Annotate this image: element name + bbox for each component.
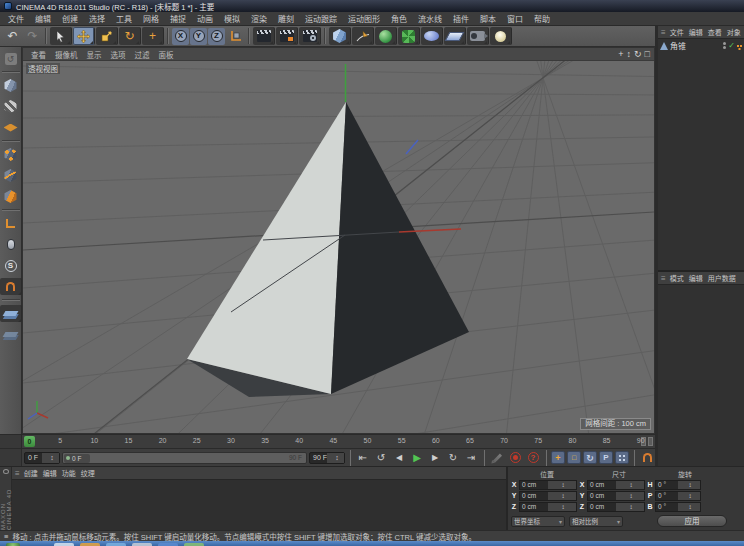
coordinate-field[interactable]: 0 °↕ [655, 502, 701, 512]
timeline-range-handle[interactable] [648, 437, 653, 446]
redo-button[interactable]: ↷ [23, 27, 42, 45]
lock-x-axis-button[interactable]: X [172, 28, 189, 45]
goto-end-button[interactable]: ⇥ [463, 450, 479, 465]
polygons-mode-button[interactable] [2, 188, 20, 205]
next-frame-button[interactable]: ▶ [427, 450, 443, 465]
live-selection-button[interactable] [50, 27, 72, 45]
key-rotation-button[interactable]: ↻ [583, 451, 597, 464]
menu-item[interactable]: 脚本 [475, 12, 501, 25]
visibility-dots[interactable] [723, 42, 726, 49]
stepper-icon[interactable]: ↕ [616, 481, 644, 489]
move-tool-button[interactable] [73, 27, 95, 45]
record-keyframe-button[interactable] [507, 450, 523, 465]
frame-slider-handle[interactable]: 0 F [64, 454, 90, 463]
camera-button[interactable] [467, 27, 489, 45]
am-menu-item[interactable]: 模式 [668, 273, 686, 283]
stepper-icon[interactable]: ↕ [678, 492, 700, 500]
coordinate-field[interactable]: 0 °↕ [655, 480, 701, 490]
menu-item[interactable]: 角色 [386, 12, 412, 25]
menu-item[interactable]: 工具 [111, 12, 137, 25]
lock-z-axis-button[interactable]: Z [208, 28, 225, 45]
key-scale-button[interactable]: □ [567, 451, 581, 464]
workplane-mode-button[interactable] [2, 119, 20, 136]
enabled-check-icon[interactable]: ✓ [728, 41, 735, 50]
timeline-ruler[interactable]: 0 51015202530354045505560657075808590 [22, 435, 655, 448]
menu-item[interactable]: 运动跟踪 [300, 12, 342, 25]
windows-taskbar[interactable] [0, 541, 744, 546]
mat-menu-item[interactable]: 纹理 [79, 468, 97, 478]
make-editable-button[interactable]: ↺ [2, 50, 20, 67]
edges-mode-button[interactable] [2, 167, 20, 184]
environment-button[interactable] [421, 27, 443, 45]
window-titlebar[interactable]: CINEMA 4D R18.011 Studio (RC - R18) - [未… [0, 0, 744, 12]
add-cube-button[interactable] [329, 27, 351, 45]
menu-item[interactable]: 窗口 [502, 12, 528, 25]
workplane-a-button[interactable] [0, 305, 22, 322]
size-mode-dropdown[interactable]: 相对比例 ▾ [569, 516, 623, 527]
am-menu-item[interactable]: 编辑 [687, 273, 705, 283]
mat-menu-item[interactable]: 创建 [22, 468, 40, 478]
coordinate-field[interactable]: 0 cm↕ [519, 502, 577, 512]
menu-item[interactable]: 插件 [448, 12, 474, 25]
render-settings-button[interactable] [299, 27, 321, 45]
stepper-icon[interactable]: ↕ [327, 453, 344, 463]
render-picture-viewer-button[interactable] [276, 27, 298, 45]
deformer-button[interactable] [398, 27, 420, 45]
object-row[interactable]: 角锥 ✓ [658, 39, 744, 52]
stepper-icon[interactable]: ↕ [616, 492, 644, 500]
light-button[interactable] [490, 27, 512, 45]
coordinate-system-button[interactable] [226, 27, 245, 45]
viewport-menu-item[interactable]: 过滤 [131, 49, 154, 60]
stepper-icon[interactable]: ↕ [678, 481, 700, 489]
am-menu-item[interactable]: 用户数据 [706, 273, 738, 283]
record-selection-button[interactable] [489, 450, 505, 465]
texture-tag-icon[interactable] [737, 45, 739, 47]
viewport-menu-item[interactable]: 选项 [107, 49, 130, 60]
om-menu-item[interactable]: 文件 [668, 27, 686, 37]
menu-item[interactable]: 选择 [84, 12, 110, 25]
snap-settings-button[interactable]: S [2, 257, 20, 274]
menu-item[interactable]: 运动图形 [343, 12, 385, 25]
menu-item[interactable]: 网格 [138, 12, 164, 25]
menu-item[interactable]: 文件 [3, 12, 29, 25]
play-backward-button[interactable]: ↺ [373, 450, 389, 465]
mat-menu-item[interactable]: 编辑 [41, 468, 59, 478]
stepper-icon[interactable]: ↕ [548, 492, 576, 500]
menu-item[interactable]: 渲染 [246, 12, 272, 25]
attribute-manager[interactable] [658, 285, 744, 466]
menu-icon[interactable]: ≡ [660, 274, 667, 283]
om-menu-item[interactable]: 对象 [725, 27, 743, 37]
last-tool-button[interactable]: + [142, 27, 164, 45]
object-manager[interactable]: 角锥 ✓ [658, 39, 744, 272]
render-view-button[interactable] [253, 27, 275, 45]
zoom-view-icon[interactable]: ↕ [627, 49, 632, 59]
goto-start-button[interactable]: ⇤ [355, 450, 371, 465]
menu-icon[interactable]: ≡ [660, 28, 667, 37]
texture-mode-button[interactable] [2, 98, 20, 115]
menu-item[interactable]: 模拟 [219, 12, 245, 25]
enable-axis-button[interactable] [2, 215, 20, 232]
menu-item[interactable]: 流水线 [413, 12, 447, 25]
menu-item[interactable]: 帮助 [529, 12, 555, 25]
stepper-icon[interactable]: ↕ [616, 503, 644, 511]
key-position-button[interactable]: + [551, 451, 565, 464]
viewport-canvas[interactable] [23, 61, 654, 433]
frame-start-field[interactable]: 0 F ↕ [24, 452, 60, 464]
maximize-view-icon[interactable]: □ [645, 49, 650, 59]
rotate-view-icon[interactable]: ↻ [634, 49, 642, 59]
subdivision-surface-button[interactable] [375, 27, 397, 45]
viewport-menu-item[interactable]: 显示 [83, 49, 106, 60]
rotate-tool-button[interactable]: ↻ [119, 27, 141, 45]
menu-item[interactable]: 捕捉 [165, 12, 191, 25]
timeline-playhead[interactable]: 0 [24, 436, 35, 447]
coordinate-field[interactable]: 0 cm↕ [519, 480, 577, 490]
viewport-solo-button[interactable] [2, 236, 20, 253]
menu-item[interactable]: 动画 [192, 12, 218, 25]
apply-button[interactable]: 应用 [657, 515, 727, 527]
mat-menu-item[interactable]: 功能 [60, 468, 78, 478]
stepper-icon[interactable]: ↕ [548, 503, 576, 511]
object-name[interactable]: 角锥 [670, 40, 721, 51]
workplane-lock-button[interactable] [2, 326, 20, 343]
stepper-icon[interactable]: ↕ [42, 453, 59, 463]
menu-item[interactable]: 创建 [57, 12, 83, 25]
